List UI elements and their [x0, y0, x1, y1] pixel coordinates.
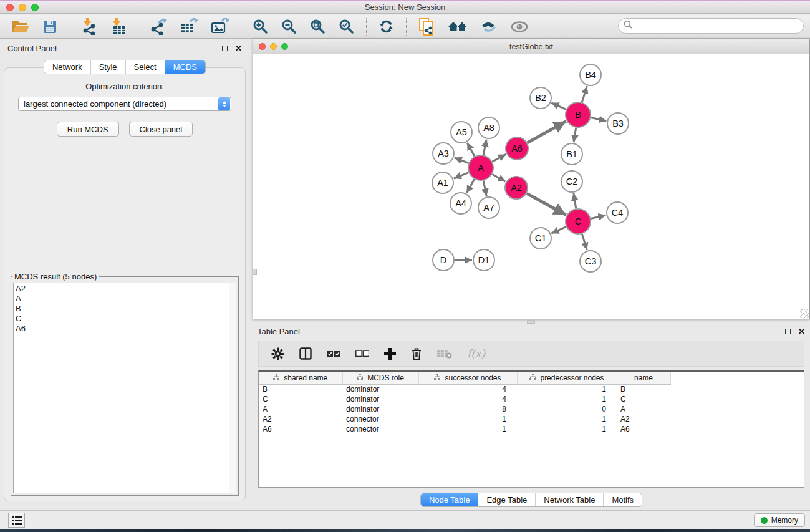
- memory-button[interactable]: Memory: [754, 513, 805, 527]
- result-scrollbar[interactable]: [229, 283, 236, 493]
- table-cell[interactable]: 4: [418, 384, 517, 394]
- search-field[interactable]: [618, 18, 804, 34]
- graph-node-B1[interactable]: B1: [561, 143, 582, 165]
- splitter-grip[interactable]: [253, 269, 257, 275]
- graph-node-C3[interactable]: C3: [580, 251, 601, 272]
- graph-node-A5[interactable]: A5: [451, 122, 472, 143]
- close-table-panel-icon[interactable]: ✕: [798, 329, 805, 334]
- zoom-in-icon[interactable]: [253, 19, 269, 35]
- mcds-result-item[interactable]: C: [16, 314, 236, 324]
- tab-node-table[interactable]: Node Table: [421, 493, 478, 506]
- deselect-all-checkboxes-icon[interactable]: [355, 350, 369, 357]
- criterion-dropdown[interactable]: largest connected component (directed): [18, 97, 231, 111]
- add-column-icon[interactable]: [384, 348, 396, 360]
- export-image-icon[interactable]: [211, 18, 229, 35]
- graph-node-C1[interactable]: C1: [530, 228, 551, 249]
- graph-node-B3[interactable]: B3: [607, 113, 629, 134]
- table-cell[interactable]: 1: [517, 424, 617, 434]
- zoom-fit-icon[interactable]: [310, 19, 326, 35]
- table-cell[interactable]: C: [617, 394, 670, 404]
- zoom-selected-icon[interactable]: [339, 19, 355, 35]
- settings-gear-icon[interactable]: [271, 347, 284, 360]
- tab-style[interactable]: Style: [90, 60, 125, 74]
- graph-node-A6[interactable]: A6: [506, 137, 528, 160]
- graph-node-D1[interactable]: D1: [473, 249, 494, 271]
- graph-node-B[interactable]: B: [566, 102, 591, 127]
- table-cell[interactable]: C: [259, 394, 342, 404]
- table-cell[interactable]: B: [259, 384, 342, 394]
- table-row[interactable]: Adominator80A: [259, 404, 670, 414]
- table-cell[interactable]: A2: [259, 414, 342, 424]
- mcds-result-item[interactable]: A2: [16, 284, 236, 294]
- graph-node-A2[interactable]: A2: [505, 177, 528, 199]
- float-panel-icon[interactable]: [222, 46, 228, 51]
- table-cell[interactable]: 1: [517, 394, 617, 404]
- home-views-icon[interactable]: [448, 19, 468, 34]
- column-header-mcds-role[interactable]: MCDS role: [342, 372, 418, 384]
- table-cell[interactable]: 1: [517, 414, 617, 424]
- table-cell[interactable]: dominator: [342, 394, 418, 404]
- table-cell[interactable]: dominator: [342, 384, 418, 394]
- graph-node-C[interactable]: C: [566, 209, 591, 234]
- duplicate-network-icon[interactable]: [418, 17, 435, 36]
- table-cell[interactable]: connector: [342, 414, 418, 424]
- close-panel-button[interactable]: Close panel: [129, 122, 193, 137]
- toggle-graphics-details-icon[interactable]: [480, 19, 498, 34]
- graph-node-B2[interactable]: B2: [530, 87, 551, 109]
- table-cell[interactable]: B: [617, 384, 670, 394]
- network-canvas[interactable]: B4B2BB3A8A5A6A3B1AC2A1A2A4A7C4CC1DD1C3: [253, 54, 809, 318]
- tab-mcds[interactable]: MCDS: [165, 60, 205, 74]
- table-cell[interactable]: A: [259, 404, 342, 414]
- column-header-predecessor-nodes[interactable]: predecessor nodes: [517, 372, 617, 384]
- export-network-icon[interactable]: [150, 18, 167, 35]
- table-cell[interactable]: connector: [342, 424, 418, 434]
- horizontal-splitter-grip[interactable]: [527, 320, 535, 324]
- show-hide-details-icon[interactable]: [510, 20, 529, 34]
- open-file-icon[interactable]: [11, 19, 30, 34]
- table-cell[interactable]: 1: [418, 414, 517, 424]
- mcds-result-item[interactable]: A: [16, 294, 236, 304]
- tab-network-table[interactable]: Network Table: [535, 493, 603, 506]
- zoom-out-icon[interactable]: [281, 19, 297, 35]
- graph-node-A8[interactable]: A8: [478, 117, 499, 138]
- table-cell[interactable]: dominator: [342, 404, 418, 414]
- graph-node-B4[interactable]: B4: [580, 64, 601, 85]
- run-mcds-button[interactable]: Run MCDS: [57, 122, 119, 137]
- mcds-result-item[interactable]: A6: [16, 324, 236, 334]
- task-history-button[interactable]: [8, 513, 25, 528]
- graph-node-A7[interactable]: A7: [478, 197, 499, 218]
- table-cell[interactable]: A: [617, 404, 670, 414]
- float-table-panel-icon[interactable]: [785, 329, 791, 334]
- tab-edge-table[interactable]: Edge Table: [478, 493, 535, 506]
- table-row[interactable]: A2connector11A2: [259, 414, 670, 424]
- graph-node-A4[interactable]: A4: [450, 193, 471, 214]
- column-header-name[interactable]: name: [617, 372, 670, 384]
- table-cell[interactable]: A6: [617, 424, 670, 434]
- table-cell[interactable]: 4: [418, 394, 517, 404]
- graph-node-A3[interactable]: A3: [433, 143, 454, 164]
- mcds-result-item[interactable]: B: [16, 304, 236, 314]
- table-cell[interactable]: 8: [418, 404, 517, 414]
- table-cell[interactable]: 1: [517, 384, 617, 394]
- table-cell[interactable]: A6: [259, 424, 342, 434]
- refresh-layout-icon[interactable]: [378, 18, 395, 35]
- import-table-icon[interactable]: [110, 18, 127, 35]
- tab-select[interactable]: Select: [125, 60, 165, 74]
- export-table-icon[interactable]: [180, 18, 198, 35]
- tab-network[interactable]: Network: [44, 60, 90, 74]
- tab-motifs[interactable]: Motifs: [603, 493, 642, 506]
- column-header-successor-nodes[interactable]: successor nodes: [418, 372, 517, 384]
- table-row[interactable]: Bdominator41B: [259, 384, 670, 394]
- column-header-shared-name[interactable]: shared name: [259, 372, 342, 384]
- graph-node-A1[interactable]: A1: [432, 172, 453, 193]
- graph-node-C2[interactable]: C2: [561, 171, 582, 192]
- delete-column-icon[interactable]: [411, 347, 422, 360]
- search-input[interactable]: [635, 20, 803, 32]
- show-column-icon[interactable]: [299, 347, 312, 360]
- table-cell[interactable]: 0: [517, 404, 617, 414]
- graph-node-A[interactable]: A: [468, 155, 493, 180]
- save-session-icon[interactable]: [42, 19, 57, 34]
- select-all-checkboxes-icon[interactable]: [327, 350, 340, 357]
- table-row[interactable]: A6connector11A6: [259, 424, 670, 434]
- table-row[interactable]: Cdominator41C: [259, 394, 670, 404]
